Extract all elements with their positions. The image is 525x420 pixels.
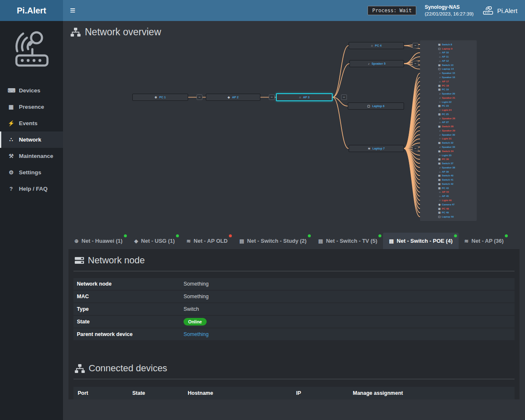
- switch-icon: ▤: [437, 150, 441, 152]
- diagram-node-ap-2[interactable]: ◆AP 2: [206, 94, 260, 101]
- tree-device-laptop-50[interactable]: ▢Laptop 50: [420, 215, 477, 219]
- tree-device-ap-45[interactable]: ⌂AP 45: [420, 194, 477, 198]
- tree-device-light-31[interactable]: ○Light 31: [420, 137, 477, 141]
- tree-device-label: Switch 42: [442, 183, 454, 185]
- node-detail-row-parent-network-device: Parent network deviceSomething: [74, 328, 514, 340]
- tree-device-switch-32[interactable]: ▤Switch 32: [420, 141, 477, 145]
- tree-device-pc-19[interactable]: ▥PC 19: [420, 87, 477, 92]
- diagram-node-pc-1[interactable]: ⊕PC 1: [132, 94, 188, 101]
- tree-device-label: Switch 41: [442, 178, 454, 181]
- tree-device-speaker-21[interactable]: ♪Speaker 21: [420, 96, 477, 100]
- detail-label: Type: [74, 306, 180, 312]
- tree-device-laptop-9[interactable]: ▢Laptop 9: [420, 47, 477, 51]
- tree-device-light-35[interactable]: ○Light 35: [420, 153, 477, 158]
- tree-device-pc-36[interactable]: ▥PC 36: [420, 157, 477, 161]
- brand[interactable]: Pi.Alert: [0, 0, 63, 21]
- sidebar-item-events[interactable]: ⚡Events: [0, 115, 63, 131]
- pc-icon: ▥: [437, 158, 441, 160]
- tab-net-huawei-1[interactable]: ⊕Net - Huawei (1): [68, 233, 129, 249]
- status-dot-green: [176, 234, 179, 237]
- tree-device-switch-8[interactable]: ▤Switch 8: [420, 42, 477, 47]
- tree-device-switch-28[interactable]: ▤Switch 28: [420, 124, 477, 129]
- collapse-toggle[interactable]: −: [197, 94, 202, 100]
- column-header-state: State: [128, 387, 184, 399]
- sidebar-item-settings[interactable]: ⚙Settings: [0, 164, 63, 181]
- diagram-node-laptop-6[interactable]: ▢Laptop 6: [348, 102, 404, 110]
- tree-device-ap-17[interactable]: ⌂AP 17: [420, 79, 477, 84]
- tree-device-speaker-29[interactable]: ♪Speaker 29: [420, 129, 477, 133]
- tree-device-label: AP 10: [442, 51, 449, 54]
- tree-device-light-46[interactable]: ○Light 46: [420, 198, 477, 202]
- collapse-toggle[interactable]: −: [412, 61, 418, 66]
- tree-device-pc-48[interactable]: ▥PC 48: [420, 207, 477, 211]
- page-title: Network overview: [63, 21, 525, 40]
- diagram-node-speaker-5[interactable]: ♪Speaker 5: [349, 60, 404, 67]
- sidebar-item-devices[interactable]: ⌨Devices: [0, 82, 63, 99]
- tree-device-pc-49[interactable]: ▥PC 49: [420, 210, 477, 215]
- tree-device-switch-40[interactable]: ▤Switch 40: [420, 174, 477, 178]
- tab-net-switch-tv-5[interactable]: ▤Net - Switch - TV (5): [312, 233, 383, 249]
- tree-device-ap-39[interactable]: ⌂AP 39: [420, 170, 477, 174]
- collapse-toggle[interactable]: −: [341, 94, 347, 100]
- tree-device-label: PC 23: [442, 105, 449, 107]
- tab-net-switch-study-2[interactable]: ▤Net - Switch - Study (2): [234, 233, 312, 249]
- tree-device-pc-23[interactable]: ▥PC 23: [420, 104, 477, 108]
- tab-label: Net - Switch - POE (4): [397, 238, 453, 244]
- tree-device-switch-41[interactable]: ▤Switch 41: [420, 178, 477, 182]
- speaker-icon: ♪: [437, 72, 441, 74]
- tree-device-speaker-20[interactable]: ♪Speaker 20: [420, 92, 477, 96]
- tab-net-ap-36[interactable]: ≋Net - AP (36): [459, 233, 510, 249]
- tree-device-speaker-26[interactable]: ♪Speaker 26: [420, 116, 477, 121]
- tree-device-laptop-14[interactable]: ▢Laptop 14: [420, 67, 477, 71]
- collapse-toggle[interactable]: −: [412, 146, 418, 151]
- section-title-text: Connected devices: [89, 363, 167, 374]
- tree-device-label: PC 19: [442, 88, 449, 91]
- tree-device-speaker-30[interactable]: ♪Speaker 30: [420, 133, 477, 137]
- tree-device-speaker-16[interactable]: ♪Speaker 16: [420, 75, 477, 79]
- tree-device-ap-12[interactable]: ⌂AP 12: [420, 59, 477, 63]
- tree-device-switch-34[interactable]: ▤Switch 34: [420, 149, 477, 153]
- tree-device-light-24[interactable]: ○Light 24: [420, 108, 477, 112]
- tree-device-light-22[interactable]: ○Light 22: [420, 100, 477, 104]
- menu-toggle-icon[interactable]: ≡: [63, 0, 82, 21]
- tree-device-pc-43[interactable]: ▥PC 43: [420, 186, 477, 190]
- tree-device-pc-18[interactable]: ▥PC 18: [420, 84, 477, 88]
- diagram-node-laptop-7[interactable]: ≋Laptop 7: [349, 145, 404, 152]
- collapse-toggle[interactable]: −: [412, 43, 418, 48]
- tab-label: Net - USG (1): [141, 238, 175, 244]
- tab-label: Net - AP OLD: [194, 238, 228, 244]
- tree-device-camera-47[interactable]: ◉Camera 47: [420, 202, 477, 207]
- tree-device-ap-10[interactable]: ⌂AP 10: [420, 51, 477, 55]
- sidebar-item-network[interactable]: ∴Network: [0, 131, 63, 148]
- tree-device-switch-37[interactable]: ▤Switch 37: [420, 161, 477, 165]
- tree-device-ap-44[interactable]: ⌂AP 44: [420, 190, 477, 194]
- tab-net-ap-old[interactable]: ≋Net - AP OLD: [181, 233, 234, 249]
- tab-net-usg-1[interactable]: ◆Net - USG (1): [129, 233, 181, 249]
- tree-device-label: AP 45: [442, 195, 449, 197]
- sidebar-nav: ⌨Devices▦Presence⚡Events∴Network⚒Mainten…: [0, 82, 63, 197]
- tab-net-switch-poe-4[interactable]: ▤Net - Switch - POE (4): [383, 233, 458, 249]
- sidebar-item-maintenance[interactable]: ⚒Maintenance: [0, 148, 63, 164]
- device-tree-panel: ▤Switch 8▢Laptop 9⌂AP 10⌂AP 11⌂AP 12▤Swi…: [420, 40, 477, 221]
- tree-device-pc-25[interactable]: ▥PC 25: [420, 112, 477, 116]
- laptop-icon: ▢: [437, 68, 441, 70]
- detail-value: Online: [180, 318, 207, 326]
- node-detail-row-mac: MACSomething: [74, 291, 514, 302]
- sidebar-item-help-faq[interactable]: ?Help / FAQ: [0, 181, 63, 197]
- tree-device-ap-11[interactable]: ⌂AP 11: [420, 55, 477, 59]
- host-info: Synology-NAS (22/01/2023, 16:27:39): [425, 4, 473, 18]
- tree-device-label: Light 31: [442, 137, 452, 140]
- sidebar-item-presence[interactable]: ▦Presence: [0, 99, 63, 115]
- tree-device-ap-27[interactable]: ⌂AP 27: [420, 121, 477, 125]
- tree-device-switch-13[interactable]: ▤Switch 13: [420, 63, 477, 67]
- tree-device-switch-42[interactable]: ▤Switch 42: [420, 182, 477, 186]
- collapse-toggle[interactable]: −: [269, 94, 275, 100]
- tree-device-speaker-15[interactable]: ♪Speaker 15: [420, 71, 477, 75]
- diagram-node-ap-3[interactable]: ⌂AP 3: [276, 93, 333, 101]
- tree-device-speaker-33[interactable]: ♪Speaker 33: [420, 145, 477, 149]
- node-detail-row-state: StateOnline: [74, 316, 514, 328]
- parent-device-link[interactable]: Something: [184, 331, 209, 337]
- tree-device-speaker-38[interactable]: ♪Speaker 38: [420, 165, 477, 170]
- network-icon: ∴: [8, 136, 15, 143]
- diagram-node-pc-4[interactable]: ⌂PC 4: [349, 42, 404, 49]
